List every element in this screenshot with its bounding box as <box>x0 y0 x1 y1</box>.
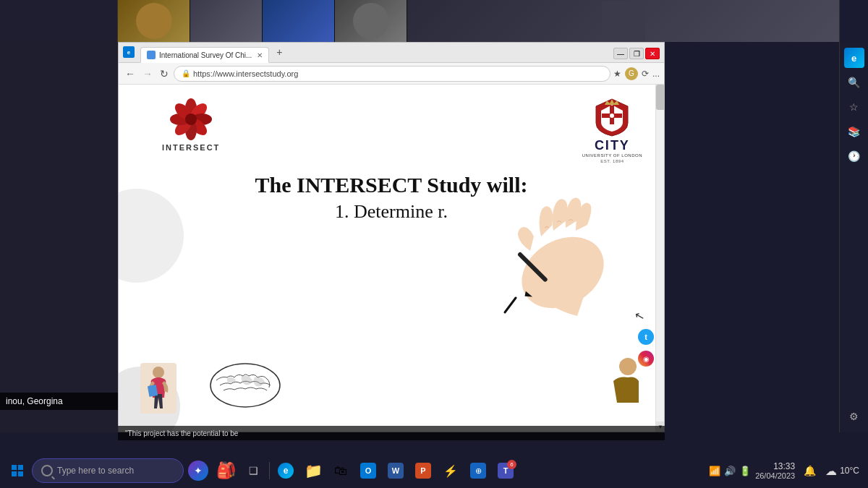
left-sidebar <box>0 42 118 432</box>
sidebar-history-icon[interactable]: 🕐 <box>844 146 864 166</box>
svg-rect-20 <box>12 465 17 470</box>
city-text-label: CITY <box>595 139 630 152</box>
profile-icon[interactable]: G <box>625 67 638 80</box>
search-icon <box>41 465 53 476</box>
minimize-btn[interactable]: — <box>613 48 628 59</box>
new-tab-btn[interactable]: + <box>272 45 286 59</box>
active-tab[interactable]: International Survey Of Chi... ✕ <box>140 47 269 63</box>
city-university-label: UNIVERSITY OF LONDON <box>582 153 642 158</box>
sidebar-settings-icon[interactable]: ⚙ <box>844 406 864 427</box>
teams-badge: 6 <box>507 460 516 469</box>
intersect-logo: INTERSECT <box>162 98 220 152</box>
acrobat-btn[interactable]: ⚡ <box>438 458 464 484</box>
video-thumb-4 <box>335 0 407 42</box>
slide-figure-illustration <box>140 363 176 414</box>
temperature-label: 10°C <box>840 466 859 476</box>
edge-sidebar: e 🔍 ☆ 📚 🕐 ⚙ <box>839 42 868 432</box>
notification-btn[interactable]: 🔔 <box>799 461 820 481</box>
favorites-btn[interactable]: ★ <box>613 69 621 79</box>
weather-widget[interactable]: ☁ 10°C <box>821 464 864 478</box>
taskbar: Type here to search ✦ 🎒 ❑ e 📁 🛍 O W P <box>0 453 868 488</box>
taskbar-search[interactable]: Type here to search <box>32 458 184 483</box>
twitter-icon[interactable]: t <box>638 329 654 345</box>
webpage-content: INTERSECT CITY UNIVERSITY OF LONDON E <box>119 85 664 432</box>
svg-rect-23 <box>18 471 23 476</box>
svg-rect-22 <box>12 471 17 476</box>
word-btn[interactable]: W <box>383 458 409 484</box>
slide-title: The INTERSECT Study will: <box>119 171 664 199</box>
browser-tab-bar: e International Survey Of Chi... ✕ + — ❐… <box>119 43 664 63</box>
caption-bar: "This project has the potential to be <box>118 426 665 440</box>
svg-rect-21 <box>18 465 23 470</box>
city-est-label: EST. 1894 <box>600 159 624 163</box>
windows-start-btn[interactable] <box>4 458 30 484</box>
close-btn[interactable]: ✕ <box>645 48 660 59</box>
svg-marker-14 <box>523 291 532 300</box>
system-tray: 📶 🔊 🔋 <box>709 466 751 476</box>
edge-sidebar-logo[interactable]: e <box>844 48 864 68</box>
user-name-label: inou, Georgina <box>0 393 118 410</box>
more-btn[interactable]: ... <box>652 69 660 79</box>
mouse-cursor: ↖ <box>633 309 645 325</box>
ms-store-btn[interactable]: 🛍 <box>328 458 354 484</box>
svg-rect-13 <box>517 252 548 283</box>
browser-window: e International Survey Of Chi... ✕ + — ❐… <box>118 42 665 432</box>
video-thumb-5 <box>407 0 839 42</box>
wifi-icon[interactable]: 📶 <box>709 466 720 476</box>
date-label: 26/04/2023 <box>755 471 795 480</box>
time-label: 13:33 <box>755 461 795 471</box>
powerpoint-btn[interactable]: P <box>410 458 436 484</box>
battery-icon[interactable]: 🔋 <box>739 466 751 476</box>
svg-point-16 <box>153 367 164 378</box>
backpack-icon[interactable]: 🎒 <box>213 458 239 484</box>
video-thumb-3 <box>263 0 335 42</box>
slide-main-content: The INTERSECT Study will: 1. Determine r… <box>119 171 664 225</box>
cloud-icon: ☁ <box>825 464 837 478</box>
svg-point-19 <box>619 358 637 375</box>
browser-icon: e <box>123 46 135 58</box>
slide-globe-illustration <box>205 360 285 414</box>
url-bar[interactable]: 🔒 https://www.intersectstudy.org <box>174 66 610 82</box>
slide-subtitle: 1. Determine r. <box>119 199 664 225</box>
city-university-logo: CITY UNIVERSITY OF LONDON EST. 1894 <box>582 98 642 163</box>
sidebar-collections-icon[interactable]: 📚 <box>844 121 864 142</box>
cortana-btn[interactable]: ✦ <box>185 458 211 484</box>
video-thumb-1 <box>118 0 190 42</box>
extension-btn[interactable]: ⟳ <box>642 69 649 79</box>
tab-close-btn[interactable]: ✕ <box>257 51 263 59</box>
back-btn[interactable]: ← <box>123 68 137 80</box>
svg-rect-17 <box>148 385 158 397</box>
video-thumb-2 <box>190 0 263 42</box>
outlook-btn[interactable]: O <box>355 458 381 484</box>
slide-figure-right <box>599 356 642 414</box>
file-explorer-btn[interactable]: 📁 <box>300 458 326 484</box>
svg-point-12 <box>509 223 617 322</box>
svg-point-8 <box>185 114 197 125</box>
edge-taskbar-btn[interactable]: e <box>273 458 299 484</box>
forward-btn[interactable]: → <box>140 68 155 80</box>
volume-icon[interactable]: 🔊 <box>724 466 736 476</box>
intersect-flower-icon <box>169 98 213 141</box>
svg-point-11 <box>610 114 614 118</box>
app-btn[interactable]: ⊕ <box>465 458 491 484</box>
search-placeholder: Type here to search <box>57 466 134 476</box>
task-view-btn[interactable]: ❑ <box>240 458 266 484</box>
time-date-display[interactable]: 13:33 26/04/2023 <box>755 461 795 480</box>
svg-line-15 <box>505 298 516 312</box>
sidebar-search-icon[interactable]: 🔍 <box>844 72 864 93</box>
restore-btn[interactable]: ❐ <box>629 48 644 59</box>
url-bar-row: ← → ↻ 🔒 https://www.intersectstudy.org ★… <box>119 63 664 85</box>
sidebar-favorites-icon[interactable]: ☆ <box>844 97 864 117</box>
refresh-btn[interactable]: ↻ <box>158 68 171 80</box>
intersect-name-label: INTERSECT <box>162 143 220 152</box>
teams-btn[interactable]: T 6 <box>493 458 519 484</box>
city-crest-icon <box>594 98 630 137</box>
